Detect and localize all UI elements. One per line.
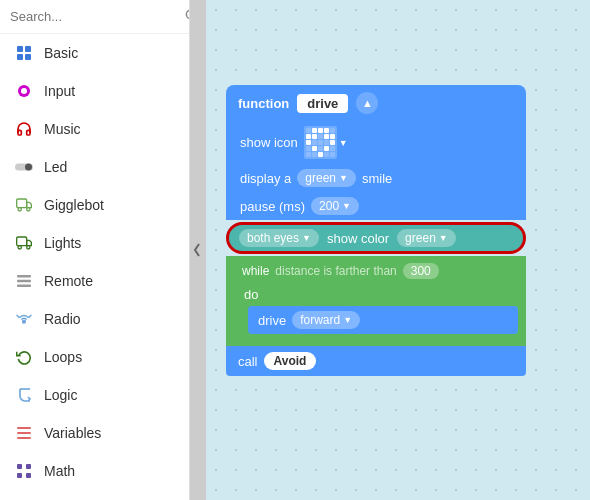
sidebar-label-logic: Logic — [44, 387, 77, 403]
svg-marker-15 — [27, 240, 32, 245]
display-block[interactable]: display a green ▼ smile — [226, 164, 526, 192]
signal-icon — [14, 309, 34, 329]
sidebar-items-list: Basic Input Music — [0, 34, 189, 500]
svg-rect-18 — [17, 275, 31, 278]
bars-icon — [14, 271, 34, 291]
sidebar-item-basic[interactable]: Basic — [0, 34, 189, 72]
truck-icon-lights — [14, 233, 34, 253]
drive-block[interactable]: drive forward ▼ — [248, 306, 518, 334]
function-header-block[interactable]: function drive ▲ — [226, 85, 526, 121]
sidebar-label-input: Input — [44, 83, 75, 99]
pause-label: pause (ms) — [240, 199, 305, 214]
svg-rect-25 — [17, 437, 31, 439]
sidebar-label-variables: Variables — [44, 425, 101, 441]
sidebar-collapse-button[interactable] — [190, 0, 206, 500]
svg-rect-28 — [17, 473, 22, 478]
svg-point-13 — [27, 208, 30, 211]
function-label: function — [238, 96, 289, 111]
blocks-container: function drive ▲ show icon ▼ display a — [226, 85, 526, 376]
sidebar-item-led[interactable]: Led — [0, 148, 189, 186]
grid2-icon — [14, 461, 34, 481]
sidebar-item-neopixel[interactable]: Neopixel — [0, 490, 189, 500]
show-color-value: green — [405, 231, 436, 245]
svg-rect-29 — [26, 473, 31, 478]
sidebar-item-remote[interactable]: Remote — [0, 262, 189, 300]
sidebar-item-loops[interactable]: Loops — [0, 338, 189, 376]
chevron-color-icon: ▼ — [439, 233, 448, 243]
svg-rect-26 — [17, 464, 22, 469]
svg-point-21 — [23, 320, 26, 323]
sidebar-label-math: Math — [44, 463, 75, 479]
pause-value: 200 — [319, 199, 339, 213]
chevron-drive-icon: ▼ — [343, 315, 352, 325]
branch-icon — [14, 385, 34, 405]
do-section: do drive forward ▼ — [236, 282, 526, 340]
chevron-both-eyes-icon: ▼ — [302, 233, 311, 243]
svg-rect-10 — [17, 199, 27, 208]
sidebar-item-logic[interactable]: Logic — [0, 376, 189, 414]
chevron-down-icon: ▼ — [339, 173, 348, 183]
sidebar: Basic Input Music — [0, 0, 190, 500]
circle-icon — [14, 81, 34, 101]
pause-block[interactable]: pause (ms) 200 ▼ — [226, 192, 526, 220]
truck-icon-gigglebot — [14, 195, 34, 215]
display-action-label: smile — [362, 171, 392, 186]
display-a-label: display a — [240, 171, 291, 186]
svg-rect-5 — [25, 54, 31, 60]
function-name: drive — [297, 94, 348, 113]
sidebar-label-basic: Basic — [44, 45, 78, 61]
sidebar-item-radio[interactable]: Radio — [0, 300, 189, 338]
while-label: while — [242, 264, 269, 278]
refresh-icon — [14, 347, 34, 367]
call-label: call — [238, 354, 258, 369]
sidebar-item-input[interactable]: Input — [0, 72, 189, 110]
both-eyes-dropdown[interactable]: both eyes ▼ — [239, 229, 319, 247]
svg-point-12 — [18, 208, 21, 211]
show-color-dropdown[interactable]: green ▼ — [397, 229, 456, 247]
grid-icon — [14, 43, 34, 63]
sidebar-item-math[interactable]: Math — [0, 452, 189, 490]
svg-rect-23 — [17, 427, 31, 429]
show-icon-block[interactable]: show icon ▼ — [226, 121, 526, 164]
while-block-outer[interactable]: while distance is farther than 300 do dr… — [226, 256, 526, 346]
drive-direction-dropdown[interactable]: forward ▼ — [292, 311, 360, 329]
call-name: Avoid — [264, 352, 317, 370]
call-avoid-block[interactable]: call Avoid — [226, 346, 526, 376]
display-color-dropdown[interactable]: green ▼ — [297, 169, 356, 187]
while-value: 300 — [403, 263, 439, 279]
svg-marker-11 — [27, 202, 32, 207]
search-input[interactable] — [10, 9, 178, 24]
svg-rect-19 — [17, 280, 31, 283]
while-condition: distance is farther than — [275, 264, 396, 278]
sidebar-label-led: Led — [44, 159, 67, 175]
sidebar-label-radio: Radio — [44, 311, 81, 327]
search-bar — [0, 0, 189, 34]
sidebar-item-gigglebot[interactable]: Gigglebot — [0, 186, 189, 224]
while-inner-row: while distance is farther than 300 — [236, 260, 526, 282]
show-color-label: show color — [327, 231, 389, 246]
both-eyes-show-color-block[interactable]: both eyes ▼ show color green ▼ — [226, 222, 526, 254]
sidebar-label-loops: Loops — [44, 349, 82, 365]
svg-point-9 — [25, 164, 32, 171]
svg-rect-27 — [26, 464, 31, 469]
drive-direction-value: forward — [300, 313, 340, 327]
collapse-arrow-icon[interactable]: ▲ — [356, 92, 378, 114]
headphone-icon — [14, 119, 34, 139]
sidebar-label-music: Music — [44, 121, 81, 137]
sidebar-label-remote: Remote — [44, 273, 93, 289]
svg-rect-3 — [25, 46, 31, 52]
svg-point-17 — [27, 246, 30, 249]
svg-rect-14 — [17, 237, 27, 246]
main-canvas: function drive ▲ show icon ▼ display a — [206, 0, 590, 500]
display-color-value: green — [305, 171, 336, 185]
sidebar-item-music[interactable]: Music — [0, 110, 189, 148]
svg-rect-24 — [17, 432, 31, 434]
sidebar-label-gigglebot: Gigglebot — [44, 197, 104, 213]
pause-value-dropdown[interactable]: 200 ▼ — [311, 197, 359, 215]
highlighted-row-wrapper: both eyes ▼ show color green ▼ — [226, 220, 526, 256]
sidebar-item-variables[interactable]: Variables — [0, 414, 189, 452]
icon-preview: ▼ — [304, 126, 348, 159]
both-eyes-value: both eyes — [247, 231, 299, 245]
sidebar-item-lights[interactable]: Lights — [0, 224, 189, 262]
svg-point-16 — [18, 246, 21, 249]
